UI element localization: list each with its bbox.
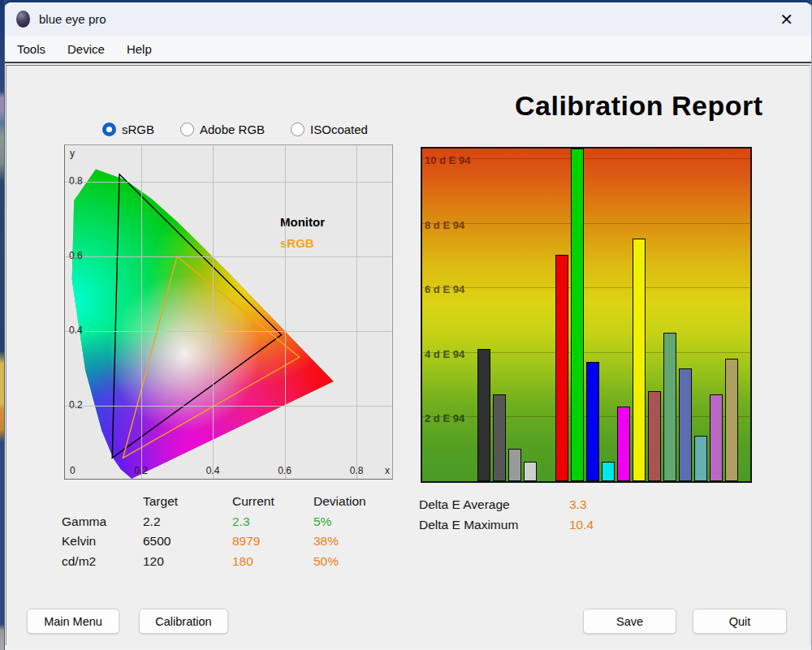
bar-chart-gridline-label: 10 d E 94 — [425, 154, 470, 166]
bar-chart-gridline — [422, 352, 750, 353]
bar-patch-13 — [679, 368, 692, 481]
stats-current-value: 180 — [232, 554, 313, 569]
cie-chromaticity-diagram: Monitor sRGB 00.20.40.60.80.20.40.60.8yx — [64, 144, 393, 480]
radio-isocoated[interactable]: ISOcoated — [291, 123, 368, 136]
radio-unselected-icon — [291, 123, 304, 136]
stats-col-header: Target — [143, 494, 232, 509]
window-title: blue eye pro — [39, 12, 106, 26]
close-icon[interactable]: ✕ — [773, 10, 800, 29]
cie-gridline-y — [65, 182, 392, 183]
stats-current-value: 2.3 — [232, 514, 313, 529]
cie-x-tick-label: 0 — [70, 465, 76, 476]
bar-chart-gridline-label: 6 d E 94 — [425, 283, 464, 295]
radio-adobe-rgb[interactable]: Adobe RGB — [180, 123, 265, 136]
cie-y-axis-letter: y — [70, 148, 75, 159]
delta-e-label: Delta E Average — [419, 494, 569, 514]
bar-patch-8 — [602, 462, 615, 481]
stats-deviation-value: 50% — [313, 554, 395, 569]
report-title: Calibration Report — [515, 90, 795, 122]
delta-e-row: Delta E Maximum10.4 — [419, 514, 594, 535]
bar-patch-10 — [633, 239, 646, 481]
measurement-table: TargetCurrentDeviationGamma2.22.35%Kelvi… — [62, 492, 395, 571]
stats-current-value: 8979 — [232, 534, 313, 549]
cie-gridline-y — [65, 331, 392, 332]
delta-e-label: Delta E Maximum — [419, 514, 569, 535]
menu-item-tools[interactable]: Tools — [17, 42, 45, 56]
bar-patch-9 — [617, 407, 630, 481]
radio-unselected-icon — [180, 123, 194, 136]
radio-label: ISOcoated — [310, 123, 368, 136]
legend-srgb-label: sRGB — [280, 233, 325, 254]
bar-patch-1 — [477, 349, 490, 481]
cie-horseshoe-graphic — [69, 144, 393, 480]
cie-x-tick-label: 0.4 — [203, 465, 222, 476]
bar-chart-gridline — [422, 287, 750, 288]
radio-label: sRGB — [122, 123, 154, 136]
delta-e-summary: Delta E Average3.3Delta E Maximum10.4 — [419, 494, 594, 535]
calibration-button[interactable]: Calibration — [139, 609, 228, 634]
bar-patch-16 — [725, 359, 738, 481]
legend-monitor-label: Monitor — [280, 212, 325, 233]
cie-gridline-x — [285, 145, 286, 479]
menu-item-device[interactable]: Device — [67, 42, 105, 56]
cie-gridline-y — [65, 406, 392, 407]
bar-patch-3 — [508, 449, 521, 481]
delta-e-value: 10.4 — [569, 514, 594, 535]
radio-label: Adobe RGB — [200, 123, 265, 136]
cie-x-axis-letter: x — [385, 465, 390, 476]
app-icon — [16, 11, 30, 28]
stats-col-header: Current — [232, 494, 313, 509]
delta-e-value: 3.3 — [569, 494, 587, 514]
stats-row-label: Gamma — [62, 514, 143, 529]
cie-y-tick-label: 0.2 — [69, 399, 83, 411]
cie-gridline-x — [356, 145, 357, 479]
radio-selected-icon — [102, 123, 116, 136]
profile-selector: sRGBAdobe RGBISOcoated — [102, 123, 368, 136]
bar-patch-15 — [710, 394, 723, 481]
menubar: ToolsDeviceHelp — [5, 36, 811, 63]
cie-y-tick-label: 0.8 — [69, 175, 83, 187]
bar-patch-12 — [663, 333, 676, 481]
radio-srgb[interactable]: sRGB — [102, 123, 154, 136]
cie-x-tick-label: 0.2 — [132, 465, 151, 476]
bar-chart-gridline — [422, 158, 750, 159]
stats-col-header: Deviation — [313, 494, 395, 509]
bar-patch-4 — [524, 462, 537, 481]
cie-x-tick-label: 0.6 — [275, 465, 295, 476]
main-menu-button[interactable]: Main Menu — [27, 609, 119, 634]
stats-deviation-value: 5% — [313, 514, 395, 529]
bar-patch-14 — [694, 436, 707, 481]
menu-item-help[interactable]: Help — [127, 42, 152, 56]
stats-target-value: 6500 — [143, 534, 232, 549]
cie-gridline-y — [65, 256, 392, 257]
app-window: blue eye pro ✕ ToolsDeviceHelp sRGBAdobe… — [4, 0, 812, 650]
cie-gridline-x — [141, 145, 142, 479]
cie-x-tick-label: 0.8 — [347, 465, 366, 476]
cie-y-tick-label: 0.6 — [69, 250, 83, 261]
save-button[interactable]: Save — [583, 609, 676, 634]
stats-deviation-value: 38% — [313, 534, 395, 549]
bar-chart-gridline-label: 2 d E 94 — [425, 412, 464, 424]
bar-chart-gridline-label: 4 d E 94 — [425, 348, 464, 360]
delta-e-bar-chart: 10 d E 948 d E 946 d E 944 d E 942 d E 9… — [421, 147, 752, 483]
bar-patch-7 — [586, 362, 599, 481]
bar-chart-gridline — [422, 223, 750, 224]
stats-row-label: cd/m2 — [62, 554, 143, 569]
titlebar: blue eye pro ✕ — [5, 2, 811, 36]
bar-patch-5 — [555, 255, 568, 481]
cie-y-tick-label: 0.4 — [69, 325, 83, 336]
bar-patch-6 — [571, 149, 584, 481]
stats-target-value: 2.2 — [143, 514, 232, 529]
cie-gridline-x — [213, 145, 214, 479]
quit-button[interactable]: Quit — [693, 609, 787, 634]
delta-e-row: Delta E Average3.3 — [419, 494, 594, 514]
bar-patch-2 — [493, 394, 506, 481]
bar-patch-11 — [648, 391, 661, 481]
gamut-legend: Monitor sRGB — [280, 212, 325, 254]
stats-target-value: 120 — [143, 554, 232, 569]
bar-chart-gridline-label: 8 d E 94 — [425, 219, 464, 231]
stats-row-label: Kelvin — [62, 534, 143, 549]
